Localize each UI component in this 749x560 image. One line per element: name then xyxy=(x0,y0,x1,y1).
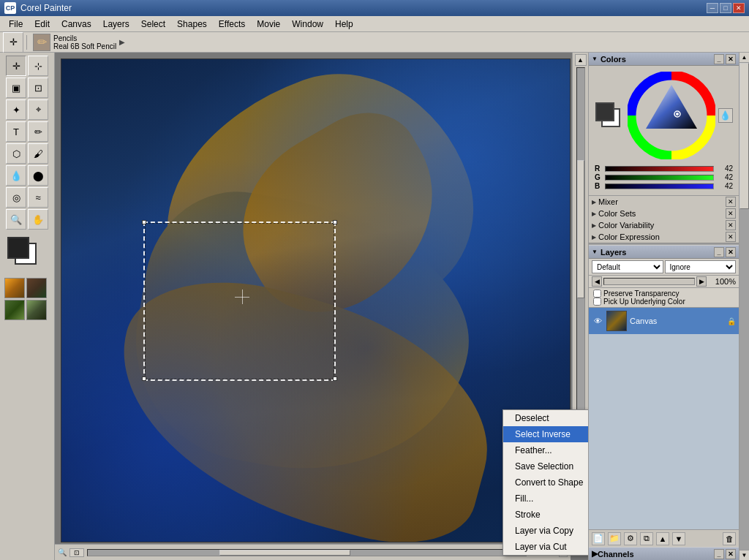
panels-scroll-down[interactable]: ▼ xyxy=(739,550,749,560)
color-expression-x-btn[interactable]: ✕ xyxy=(726,232,736,242)
lasso-btn[interactable]: ⊡ xyxy=(28,77,48,98)
selection-tool-btn[interactable]: ✛ xyxy=(6,56,26,76)
rect-select-btn[interactable]: ▣ xyxy=(6,77,26,98)
menu-help[interactable]: Help xyxy=(329,18,359,31)
color-wheel[interactable] xyxy=(628,72,715,159)
channels-collapse-btn[interactable]: _ xyxy=(714,549,724,559)
menu-window[interactable]: Window xyxy=(286,18,329,31)
fill-btn[interactable]: ⬤ xyxy=(28,165,48,186)
canvas-layer-item[interactable]: 👁 Canvas 🔒 xyxy=(589,308,739,334)
new-layer-btn[interactable]: 📄 xyxy=(592,532,605,545)
color-variability-close-btn[interactable]: ✕ xyxy=(726,220,736,230)
menu-movie[interactable]: Movie xyxy=(251,18,286,31)
paint-btn[interactable]: 🖌 xyxy=(28,143,48,164)
pattern-swatch-3[interactable] xyxy=(4,300,25,320)
shape-btn[interactable]: ⬡ xyxy=(6,143,26,164)
blue-slider[interactable] xyxy=(605,183,714,189)
menu-edit[interactable]: Edit xyxy=(29,18,56,31)
canvas-document[interactable] xyxy=(61,58,571,542)
layer-visibility-icon[interactable]: 👁 xyxy=(592,315,603,327)
ctx-fill[interactable]: Fill... xyxy=(503,491,588,507)
opacity-thumb[interactable] xyxy=(604,279,694,284)
colors-panel-header[interactable]: ▼ Colors _ ✕ xyxy=(589,53,739,66)
ctx-feather[interactable]: Feather... xyxy=(503,442,588,458)
menu-shapes[interactable]: Shapes xyxy=(171,18,213,31)
pattern-swatch-4[interactable] xyxy=(26,300,47,320)
color-variability-panel-header[interactable]: ▶ Color Variability ✕ xyxy=(589,219,739,231)
zoom-btn[interactable]: 🔍 xyxy=(6,209,26,230)
menu-select[interactable]: Select xyxy=(135,18,171,31)
eyedrop-btn[interactable]: 💧 xyxy=(6,165,26,186)
ctx-select-inverse[interactable]: Select Inverse xyxy=(503,426,588,442)
opacity-slider[interactable] xyxy=(603,278,695,285)
smudge-btn[interactable]: ≈ xyxy=(28,187,48,208)
menu-effects[interactable]: Effects xyxy=(213,18,251,31)
fg-swatch[interactable] xyxy=(595,102,614,121)
minimize-button[interactable]: ─ xyxy=(707,3,718,13)
horizontal-scrollbar[interactable]: 🔍 ⊡ 100% ▶ xyxy=(55,544,571,560)
layers-close-btn[interactable]: ✕ xyxy=(726,247,736,257)
brush-selector[interactable]: ✏ Pencils Real 6B Soft Pencil ▶ xyxy=(33,34,125,51)
colors-collapse-btn[interactable]: _ xyxy=(714,54,724,64)
composite-select[interactable]: Ignore xyxy=(665,260,737,273)
colors-close-btn[interactable]: ✕ xyxy=(726,54,736,64)
color-sets-panel-header[interactable]: ▶ Color Sets ✕ xyxy=(589,208,739,219)
ctx-deselect[interactable]: Deselect xyxy=(503,410,588,426)
hand-btn[interactable]: ✋ xyxy=(28,209,48,230)
green-slider[interactable] xyxy=(605,175,714,181)
panels-scrollbar[interactable]: ▲ ▼ xyxy=(739,53,749,560)
layers-collapse-btn[interactable]: _ xyxy=(714,247,724,257)
crop-btn[interactable]: ⌖ xyxy=(28,99,48,120)
channels-close-btn[interactable]: ✕ xyxy=(726,549,736,559)
text-btn[interactable]: T xyxy=(6,121,26,142)
ctx-convert-shape[interactable]: Convert to Shape xyxy=(503,474,588,491)
red-slider[interactable] xyxy=(605,166,714,172)
scroll-track-h[interactable] xyxy=(87,549,527,556)
opacity-arrow-right[interactable]: ▶ xyxy=(696,276,707,287)
mixer-panel-header[interactable]: ▶ Mixer ✕ xyxy=(589,196,739,208)
color-sets-close-btn[interactable]: ✕ xyxy=(726,208,736,219)
toolbar-select-btn[interactable]: ✛ xyxy=(3,32,23,53)
foreground-color-swatch[interactable] xyxy=(7,237,29,259)
eyedropper-btn[interactable]: 💧 xyxy=(718,108,733,123)
ctx-save-selection[interactable]: Save Selection xyxy=(503,458,588,474)
zoom-level-icon[interactable]: 🔍 xyxy=(58,548,67,556)
color-sets-x-btn[interactable]: ✕ xyxy=(726,208,736,219)
ctx-layer-cut[interactable]: Layer via Cut xyxy=(503,539,588,555)
menu-file[interactable]: File xyxy=(3,18,29,31)
mixer-close-btn[interactable]: ✕ xyxy=(726,197,736,207)
color-variability-x-btn[interactable]: ✕ xyxy=(726,220,736,230)
ctx-stroke[interactable]: Stroke xyxy=(503,507,588,523)
preserve-transparency-checkbox[interactable] xyxy=(593,290,601,298)
maximize-button[interactable]: □ xyxy=(720,3,731,13)
color-expression-panel-header[interactable]: ▶ Color Expression ✕ xyxy=(589,231,739,243)
menu-canvas[interactable]: Canvas xyxy=(56,18,97,31)
selection-handle-br[interactable] xyxy=(333,377,337,381)
pattern-swatch-2[interactable] xyxy=(26,278,47,298)
layers-panel-header[interactable]: ▼ Layers _ ✕ xyxy=(589,246,739,259)
layer-props-btn[interactable]: ⚙ xyxy=(624,532,637,545)
delete-layer-btn[interactable]: 🗑 xyxy=(723,532,736,545)
zoom-fit-btn[interactable]: ⊡ xyxy=(69,548,84,557)
menu-layers[interactable]: Layers xyxy=(97,18,135,31)
pick-up-color-checkbox[interactable] xyxy=(593,298,601,306)
move-btn[interactable]: ✦ xyxy=(6,99,26,120)
layer-down-btn[interactable]: ▼ xyxy=(672,532,685,545)
pattern-swatch-1[interactable] xyxy=(4,278,25,298)
layer-duplicate-btn[interactable]: ⧉ xyxy=(640,532,653,545)
selection-handle-tl[interactable] xyxy=(142,220,146,224)
layer-up-btn[interactable]: ▲ xyxy=(656,532,669,545)
panels-scroll-track[interactable] xyxy=(739,63,749,550)
panels-scroll-thumb[interactable] xyxy=(739,63,749,209)
new-group-btn[interactable]: 📁 xyxy=(608,532,621,545)
scroll-thumb-v[interactable] xyxy=(577,160,584,298)
color-expression-close-btn[interactable]: ✕ xyxy=(726,232,736,242)
scroll-arrow-up[interactable]: ▲ xyxy=(575,54,587,66)
transform-tool-btn[interactable]: ⊹ xyxy=(28,56,48,76)
canvas-area[interactable]: 🔍 ⊡ 100% ▶ ▲ ▼ Deselect Select Inverse xyxy=(55,53,588,560)
pen-btn[interactable]: ✏ xyxy=(28,121,48,142)
close-button[interactable]: ✕ xyxy=(733,3,745,13)
selection-handle-bl[interactable] xyxy=(142,377,146,381)
opacity-arrow-left[interactable]: ◀ xyxy=(592,276,602,287)
channels-panel-header[interactable]: ▶ Channels _ ✕ xyxy=(589,547,739,560)
